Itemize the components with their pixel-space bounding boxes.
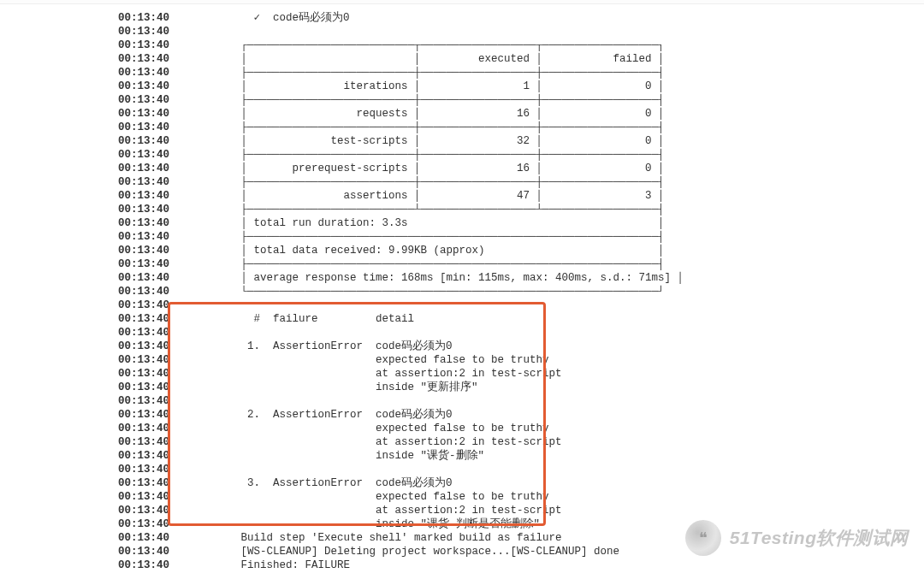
timestamp: 00:13:40 <box>0 340 234 353</box>
timestamp: 00:13:40 <box>0 11 234 25</box>
log-content: ├───────────────────────────────────────… <box>234 257 665 271</box>
log-content: at assertion:2 in test-script <box>234 504 562 517</box>
table-summary: 00:13:40 │ total data received: 9.99KB (… <box>0 244 924 257</box>
timestamp: 00:13:40 <box>0 216 234 230</box>
console-log: 00:13:40 ✓ code码必须为000:13:40 00:13:40 ┌─… <box>0 4 924 585</box>
timestamp: 00:13:40 <box>0 203 234 216</box>
timestamp: 00:13:40 <box>0 189 234 203</box>
log-content: expected false to be truthy <box>234 422 549 435</box>
log-content: ✓ code码必须为0 <box>234 11 350 25</box>
log-content: 2. AssertionError code码必须为0 <box>234 408 453 422</box>
timestamp: 00:13:40 <box>0 271 234 285</box>
table-header: 00:13:40 │ │ executed │ failed │ <box>0 52 924 66</box>
log-content: 1. AssertionError code码必须为0 <box>234 340 453 353</box>
log-content: ┌──────────────────────────┬────────────… <box>234 38 665 52</box>
table-border: 00:13:40 ├──────────────────────────┼───… <box>0 175 924 189</box>
table-summary: 00:13:40 │ total run duration: 3.3s │ <box>0 216 924 230</box>
table-border: 00:13:40 ├──────────────────────────┼───… <box>0 121 924 134</box>
timestamp: 00:13:40 <box>0 25 234 38</box>
timestamp: 00:13:40 <box>0 312 234 326</box>
timestamp: 00:13:40 <box>0 381 234 394</box>
log-content <box>234 394 241 408</box>
failure-item-detail: 00:13:40 at assertion:2 in test-script <box>0 367 924 381</box>
log-content: inside "课货-判断是否能删除" <box>234 517 540 531</box>
timestamp: 00:13:40 <box>0 476 234 490</box>
log-content: # failure detail <box>234 312 414 326</box>
watermark: ❝ 51Testing软件测试网 <box>685 520 909 556</box>
timestamp: 00:13:40 <box>0 244 234 257</box>
timestamp: 00:13:40 <box>0 435 234 449</box>
log-content <box>234 298 241 312</box>
timestamp: 00:13:40 <box>0 490 234 504</box>
timestamp: 00:13:40 <box>0 353 234 367</box>
timestamp: 00:13:40 <box>0 148 234 162</box>
failure-item-detail: 00:13:40 expected false to be truthy <box>0 353 924 367</box>
table-summary: 00:13:40 │ average response time: 168ms … <box>0 271 924 285</box>
table-border: 00:13:40 ┌──────────────────────────┬───… <box>0 38 924 52</box>
log-blank: 00:13:40 <box>0 326 924 340</box>
timestamp: 00:13:40 <box>0 298 234 312</box>
table-border: 00:13:40 ├──────────────────────────┼───… <box>0 93 924 107</box>
log-content: └───────────────────────────────────────… <box>234 285 665 298</box>
log-blank: 00:13:40 <box>0 25 924 38</box>
log-content: ├──────────────────────────┼────────────… <box>234 66 665 80</box>
log-content: │ requests │ 16 │ 0 │ <box>234 107 665 121</box>
failure-item-detail: 00:13:40 inside "更新排序" <box>0 381 924 394</box>
log-content: 3. AssertionError code码必须为0 <box>234 476 453 490</box>
table-row: 00:13:40 │ prerequest-scripts │ 16 │ 0 │ <box>0 162 924 175</box>
timestamp: 00:13:40 <box>0 463 234 476</box>
table-border: 00:13:40 ├──────────────────────────────… <box>0 230 924 244</box>
log-content: ├──────────────────────────┼────────────… <box>234 148 665 162</box>
log-content: Build step 'Execute shell' marked build … <box>234 531 562 545</box>
log-content: │ prerequest-scripts │ 16 │ 0 │ <box>234 162 665 175</box>
watermark-text: 51Testing软件测试网 <box>730 526 909 550</box>
timestamp: 00:13:40 <box>0 285 234 298</box>
table-row: 00:13:40 │ requests │ 16 │ 0 │ <box>0 107 924 121</box>
log-content: │ assertions │ 47 │ 3 │ <box>234 189 665 203</box>
failure-item-head: 00:13:40 1. AssertionError code码必须为0 <box>0 340 924 353</box>
table-row: 00:13:40 │ assertions │ 47 │ 3 │ <box>0 189 924 203</box>
table-border: 00:13:40 ├──────────────────────────────… <box>0 257 924 271</box>
timestamp: 00:13:40 <box>0 175 234 189</box>
log-content: ├──────────────────────────┼────────────… <box>234 93 665 107</box>
failure-item-detail: 00:13:40 expected false to be truthy <box>0 422 924 435</box>
timestamp: 00:13:40 <box>0 367 234 381</box>
timestamp: 00:13:40 <box>0 531 234 545</box>
log-content <box>234 326 241 340</box>
timestamp: 00:13:40 <box>0 52 234 66</box>
log-content: ├───────────────────────────────────────… <box>234 230 665 244</box>
log-content: │ total data received: 9.99KB (approx) │ <box>234 244 665 257</box>
timestamp: 00:13:40 <box>0 80 234 93</box>
log-content: ├──────────────────────────┴────────────… <box>234 203 665 216</box>
table-border: 00:13:40 ├──────────────────────────┼───… <box>0 148 924 162</box>
failure-header: 00:13:40 # failure detail <box>0 312 924 326</box>
failure-item-detail: 00:13:40 at assertion:2 in test-script <box>0 435 924 449</box>
failure-item-detail: 00:13:40 at assertion:2 in test-script <box>0 504 924 517</box>
log-content: │ average response time: 168ms [min: 115… <box>234 271 684 285</box>
log-content: at assertion:2 in test-script <box>234 435 562 449</box>
log-content: inside "更新排序" <box>234 381 478 394</box>
log-content: │ total run duration: 3.3s │ <box>234 216 665 230</box>
timestamp: 00:13:40 <box>0 408 234 422</box>
log-blank: 00:13:40 <box>0 298 924 312</box>
log-content: at assertion:2 in test-script <box>234 367 562 381</box>
failure-item-head: 00:13:40 3. AssertionError code码必须为0 <box>0 476 924 490</box>
log-content <box>234 463 241 476</box>
table-row: 00:13:40 │ iterations │ 1 │ 0 │ <box>0 80 924 93</box>
log-content <box>234 25 241 38</box>
timestamp: 00:13:40 <box>0 66 234 80</box>
log-content: expected false to be truthy <box>234 490 549 504</box>
table-border: 00:13:40 ├──────────────────────────┼───… <box>0 66 924 80</box>
timestamp: 00:13:40 <box>0 93 234 107</box>
timestamp: 00:13:40 <box>0 134 234 148</box>
wechat-icon: ❝ <box>685 520 721 556</box>
timestamp: 00:13:40 <box>0 422 234 435</box>
timestamp: 00:13:40 <box>0 162 234 175</box>
log-blank: 00:13:40 <box>0 394 924 408</box>
timestamp: 00:13:40 <box>0 121 234 134</box>
timestamp: 00:13:40 <box>0 38 234 52</box>
timestamp: 00:13:40 <box>0 558 234 572</box>
log-content: expected false to be truthy <box>234 353 549 367</box>
log-content: ├──────────────────────────┼────────────… <box>234 175 665 189</box>
log-content: ├──────────────────────────┼────────────… <box>234 121 665 134</box>
